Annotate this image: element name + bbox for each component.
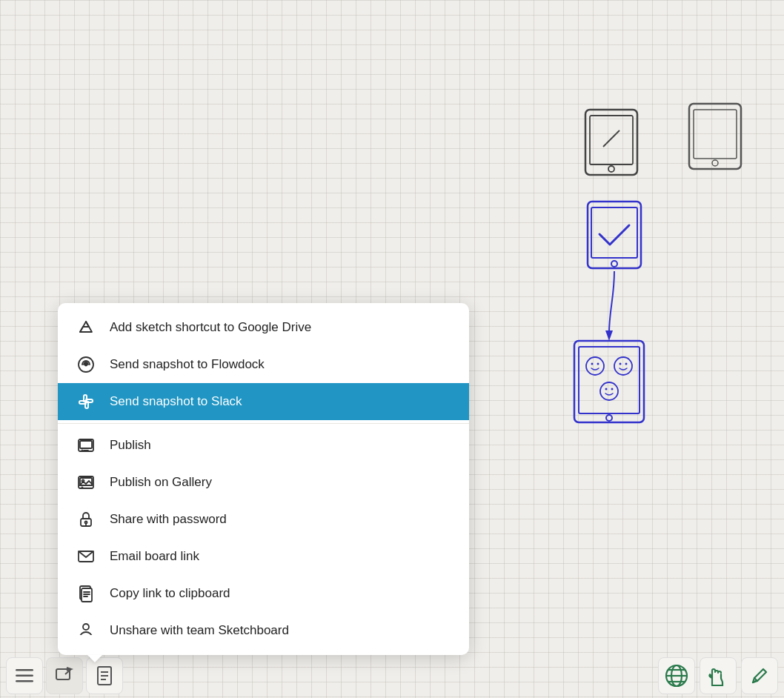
menu-label-publish: Publish <box>110 438 151 453</box>
toolbar-right <box>652 657 784 694</box>
svg-rect-46 <box>16 669 33 671</box>
hand-button[interactable] <box>700 657 737 694</box>
menu-item-flowdock[interactable]: Send snapshot to Flowdock <box>58 346 469 383</box>
svg-rect-45 <box>79 635 93 638</box>
svg-point-44 <box>83 624 89 630</box>
svg-rect-48 <box>16 680 33 682</box>
svg-rect-40 <box>82 588 92 602</box>
svg-point-26 <box>85 364 87 366</box>
pencil-button[interactable] <box>741 657 778 694</box>
context-menu: Add sketch shortcut to Google Drive Send… <box>58 303 469 655</box>
google-drive-icon <box>76 319 96 336</box>
share-password-icon <box>76 511 96 528</box>
menu-item-publish-gallery[interactable]: Publish on Gallery <box>58 464 469 501</box>
menu-label-flowdock: Send snapshot to Flowdock <box>110 357 265 372</box>
hamburger-button[interactable] <box>6 657 43 694</box>
svg-point-34 <box>82 488 83 488</box>
menu-item-unshare[interactable]: Unshare with team Sketchboard <box>58 612 469 649</box>
publish-icon <box>76 436 96 454</box>
menu-label-unshare: Unshare with team Sketchboard <box>110 623 289 638</box>
svg-rect-47 <box>16 675 33 677</box>
toolbar-left <box>0 657 129 694</box>
slack-icon <box>76 393 96 411</box>
menu-item-publish[interactable]: Publish <box>58 427 469 464</box>
menu-item-share-password[interactable]: Share with password <box>58 501 469 538</box>
menu-item-slack[interactable]: Send snapshot to Slack <box>58 383 469 420</box>
menu-label-email-board: Email board link <box>110 549 199 564</box>
svg-rect-28 <box>80 441 92 448</box>
menu-label-share-password: Share with password <box>110 512 227 527</box>
publish-gallery-icon <box>76 473 96 491</box>
globe-button[interactable] <box>658 657 695 694</box>
bottom-toolbar <box>0 654 784 698</box>
menu-item-google-drive[interactable]: Add sketch shortcut to Google Drive <box>58 309 469 346</box>
email-icon <box>76 548 96 565</box>
menu-label-google-drive: Add sketch shortcut to Google Drive <box>110 320 311 335</box>
menu-label-copy-link: Copy link to clipboard <box>110 586 230 601</box>
unshare-icon <box>76 622 96 639</box>
svg-point-29 <box>82 451 83 451</box>
copy-link-icon <box>76 585 96 602</box>
flowdock-icon <box>76 356 96 373</box>
menu-separator <box>58 423 469 424</box>
share-button[interactable] <box>46 657 83 694</box>
menu-item-copy-link[interactable]: Copy link to clipboard <box>58 575 469 612</box>
menu-item-email-board[interactable]: Email board link <box>58 538 469 575</box>
menu-label-slack: Send snapshot to Slack <box>110 394 242 409</box>
menu-label-publish-gallery: Publish on Gallery <box>110 475 212 490</box>
document-button[interactable] <box>86 657 123 694</box>
